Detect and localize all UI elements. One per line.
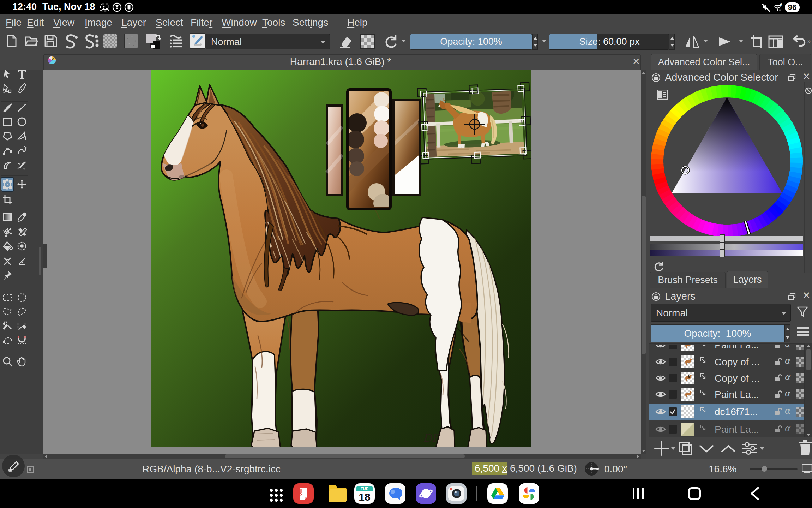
svg-text:DF: DF	[423, 431, 440, 444]
svg-text:6: 6	[780, 2, 782, 7]
